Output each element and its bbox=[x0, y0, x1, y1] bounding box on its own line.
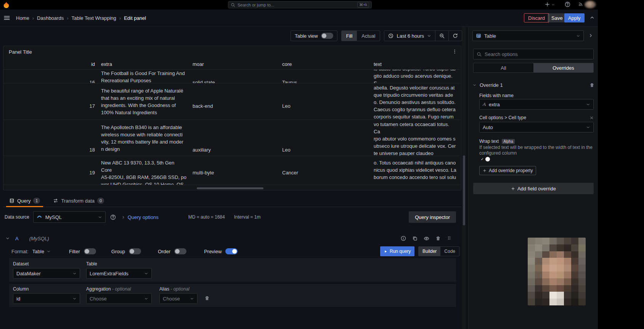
delete-override-icon[interactable] bbox=[589, 83, 594, 88]
query-datasource-name: (MySQL) bbox=[29, 236, 49, 241]
filter-toggle[interactable] bbox=[84, 248, 96, 254]
datasource-help-icon[interactable] bbox=[110, 214, 116, 220]
options-tabs: All Overrides bbox=[473, 63, 594, 73]
cell-type-select[interactable]: Auto bbox=[479, 122, 594, 133]
collapse-pane-icon[interactable] bbox=[588, 33, 593, 38]
query-refid[interactable]: A bbox=[15, 236, 19, 241]
duplicate-query-icon[interactable] bbox=[412, 236, 418, 241]
group-toggle[interactable] bbox=[129, 248, 141, 254]
cell-text: vo tutamen cetera occaecati totus. Ca rp… bbox=[371, 120, 460, 156]
remove-column-icon[interactable] bbox=[204, 295, 210, 301]
cell-core: Taurus bbox=[279, 70, 371, 83]
wrap-text-row: Wrap text Alpha bbox=[479, 139, 515, 144]
column-header-id[interactable]: id bbox=[3, 61, 98, 69]
add-override-property-button[interactable]: Add override property bbox=[479, 166, 536, 175]
actual-option[interactable]: Actual bbox=[357, 31, 380, 41]
column-header-text[interactable]: text bbox=[371, 61, 460, 69]
datasource-picker[interactable]: MySQL bbox=[33, 211, 106, 223]
collapse-header-button[interactable] bbox=[589, 15, 595, 20]
add-field-override-button[interactable]: Add field override bbox=[473, 183, 594, 194]
builder-code-segment: Builder Code bbox=[418, 246, 459, 256]
dataset-label: Dataset bbox=[13, 261, 29, 267]
clock-icon bbox=[388, 33, 393, 38]
column-label: Column bbox=[13, 286, 29, 292]
run-query-button[interactable]: Run query bbox=[380, 246, 414, 256]
user-avatar[interactable] bbox=[585, 1, 596, 8]
column-value: id bbox=[16, 296, 20, 302]
time-range-picker[interactable]: Last 6 hours bbox=[384, 31, 435, 41]
database-icon bbox=[9, 198, 14, 203]
add-field-override-label: Add field override bbox=[517, 186, 556, 192]
fields-with-name-select[interactable]: A extra bbox=[479, 99, 594, 110]
chevron-down-icon bbox=[427, 34, 431, 38]
new-menu-caret-icon bbox=[551, 3, 555, 6]
help-icon[interactable] bbox=[565, 2, 570, 7]
breadcrumb-home[interactable]: Home bbox=[16, 15, 34, 21]
dataset-select[interactable]: DataMaker bbox=[13, 268, 80, 279]
column-header-core[interactable]: core bbox=[279, 61, 371, 69]
breadcrumb-dashboard-name[interactable]: Table Text Wrapping bbox=[71, 15, 121, 21]
alias-select[interactable]: Choose bbox=[159, 293, 198, 304]
table-select[interactable]: LoremExtraFields bbox=[86, 268, 152, 279]
breadcrumb: Home Dashboards Table Text Wrapping Edit… bbox=[16, 10, 146, 26]
hide-query-icon[interactable] bbox=[424, 236, 429, 241]
override-header[interactable]: Override 1 bbox=[472, 81, 594, 89]
wrap-text-label: Wrap text bbox=[479, 139, 499, 144]
column-section: Column id Aggregation - optional Choose … bbox=[9, 284, 456, 307]
cell-moar: multi-byte bbox=[190, 156, 279, 185]
aggregation-label: Aggregation - optional bbox=[86, 286, 131, 292]
news-rss-icon[interactable] bbox=[578, 2, 583, 7]
preview-toggle[interactable] bbox=[225, 248, 238, 254]
new-menu-button[interactable] bbox=[544, 2, 550, 7]
table-view-toggle[interactable] bbox=[321, 33, 333, 39]
column-select[interactable]: id bbox=[13, 293, 80, 304]
query-inspector-button[interactable]: Query inspector bbox=[409, 211, 456, 223]
cell-extra: The beautiful range of Apple Naturalé th… bbox=[98, 83, 190, 120]
delete-query-icon[interactable] bbox=[435, 236, 441, 241]
horizontal-scrollbar[interactable] bbox=[197, 187, 263, 189]
tab-all[interactable]: All bbox=[474, 63, 533, 72]
options-search-placeholder: Search options bbox=[485, 51, 518, 57]
tab-overrides[interactable]: Overrides bbox=[533, 63, 593, 72]
cell-id: 16 bbox=[3, 70, 98, 83]
format-label: Format: bbox=[11, 249, 29, 254]
zoom-out-button[interactable] bbox=[435, 31, 448, 41]
aggregation-select[interactable]: Choose bbox=[86, 293, 152, 304]
filter-label: Filter bbox=[69, 249, 80, 254]
visualization-picker[interactable]: Table bbox=[472, 30, 584, 41]
query-options-link[interactable]: Query options bbox=[128, 214, 159, 220]
page-scrollbar[interactable] bbox=[463, 155, 465, 225]
builder-option[interactable]: Builder bbox=[419, 247, 440, 256]
panel-title: Panel Title bbox=[9, 49, 32, 55]
breadcrumb-dashboards[interactable]: Dashboards bbox=[37, 15, 68, 21]
discard-button[interactable]: Discard bbox=[524, 13, 549, 22]
code-option[interactable]: Code bbox=[440, 247, 459, 256]
apply-button[interactable]: Apply bbox=[564, 13, 585, 22]
mega-menu-button[interactable] bbox=[3, 14, 10, 21]
drag-handle-icon[interactable] bbox=[447, 235, 451, 242]
remove-property-icon[interactable] bbox=[589, 116, 594, 120]
query-info-icon[interactable] bbox=[401, 236, 406, 241]
options-search-input[interactable]: Search options bbox=[473, 49, 594, 59]
save-button[interactable]: Save bbox=[548, 13, 567, 22]
panel-menu-icon[interactable] bbox=[452, 49, 457, 55]
column-header-moar[interactable]: moar bbox=[190, 61, 279, 69]
fill-option[interactable]: Fill bbox=[342, 31, 357, 41]
grafana-logo-icon[interactable] bbox=[3, 2, 10, 9]
fields-with-name-label: Fields with name bbox=[479, 93, 514, 98]
query-options-chevron-icon[interactable] bbox=[121, 215, 125, 219]
breadcrumb-edit-panel: Edit panel bbox=[124, 15, 146, 21]
query-format-row: Format: Table Filter Group Order Preview… bbox=[3, 246, 456, 257]
refresh-button[interactable] bbox=[448, 31, 462, 41]
global-search-input[interactable]: Search or jump to... ⌘+k bbox=[228, 1, 372, 8]
tab-query[interactable]: Query 1 bbox=[6, 195, 43, 207]
table-row: 19 New ABC 13 9370, 13.3, 5th Gen Core A… bbox=[3, 156, 460, 185]
column-header-extra[interactable]: extra bbox=[98, 61, 190, 69]
query-collapse-icon[interactable] bbox=[5, 236, 10, 241]
order-toggle[interactable] bbox=[174, 248, 186, 254]
format-select[interactable]: Table bbox=[32, 249, 51, 254]
cell-core: Leo bbox=[279, 83, 371, 120]
tab-transform[interactable]: Transform data 0 bbox=[50, 195, 107, 207]
visualization-value: Table bbox=[484, 33, 496, 39]
cell-options-row: Cell options > Cell type bbox=[479, 115, 594, 120]
